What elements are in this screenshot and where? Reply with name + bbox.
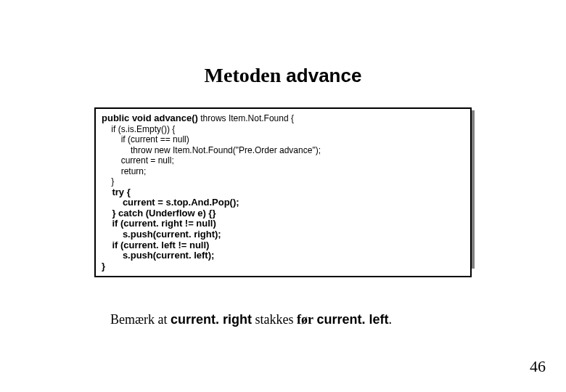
code-line-5: current = null; [102, 155, 174, 166]
note-p4: før [297, 312, 313, 327]
note-p6: current. left [317, 312, 389, 327]
code-line-11: if (current. right != null) [102, 218, 216, 229]
title-part-serif: Metoden [205, 64, 287, 86]
note-p1: Bemærk at [110, 312, 171, 327]
code-line-12: s.push(current. right); [102, 229, 221, 240]
slide-title: Metoden advance [0, 64, 566, 87]
code-line-2: if (s.is.Empty()) { [102, 124, 175, 134]
code-line-1a: public void advance() [102, 113, 198, 123]
code-line-9: current = s.top.And.Pop(); [102, 197, 239, 208]
code-line-7: } [102, 176, 114, 187]
code-line-1b: throws Item.Not.Found { [198, 113, 294, 123]
code-line-8: try { [102, 187, 131, 197]
note-p2: current. right [171, 312, 252, 327]
code-line-4: throw new Item.Not.Found("Pre.Order adva… [102, 145, 321, 155]
code-line-13: if (current. left != null) [102, 240, 209, 250]
note-p7: . [389, 312, 393, 327]
code-line-15: } [102, 261, 105, 271]
code-line-3: if (current == null) [102, 134, 189, 144]
page-number: 46 [530, 357, 546, 376]
code-line-6: return; [102, 166, 146, 176]
code-line-10: } catch (Underflow e) {} [102, 208, 216, 219]
note-p3: stakkes [252, 312, 297, 327]
code-box: public void advance() throws Item.Not.Fo… [94, 107, 472, 277]
code-line-14: s.push(current. left); [102, 250, 214, 261]
note-line: Bemærk at current. right stakkes før cur… [110, 312, 566, 327]
title-part-sans: advance [286, 65, 361, 86]
code-box-wrapper: public void advance() throws Item.Not.Fo… [94, 107, 472, 277]
